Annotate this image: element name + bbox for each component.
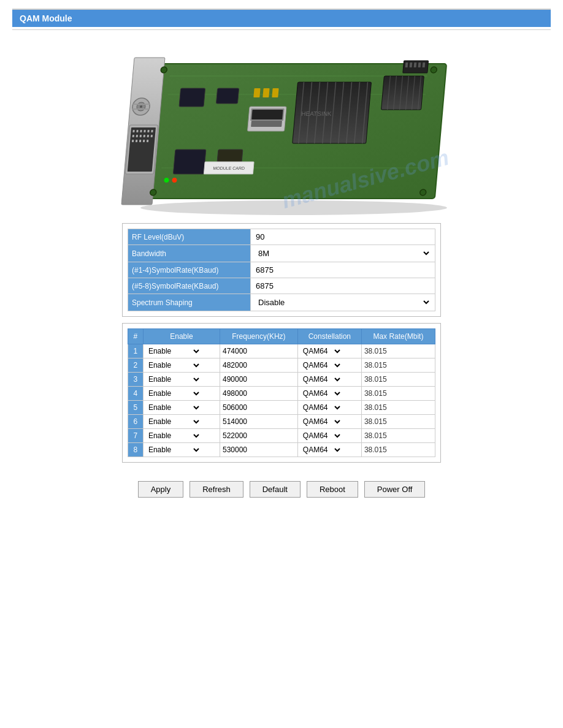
- svg-rect-62: [253, 88, 260, 97]
- svg-rect-21: [140, 135, 142, 137]
- config-value-0[interactable]: [251, 229, 435, 245]
- channel-constellation-select-2[interactable]: QAM64QAM128QAM256QAM16: [301, 374, 342, 384]
- channel-frequency-input-4[interactable]: [223, 403, 272, 412]
- config-select-1[interactable]: 8M7M6M: [255, 248, 431, 259]
- config-row-1: Bandwidth8M7M6M: [128, 245, 435, 262]
- channel-enable-2[interactable]: EnableDisable: [143, 373, 220, 387]
- svg-rect-29: [147, 140, 148, 142]
- channel-constellation-select-0[interactable]: QAM64QAM128QAM256QAM16: [301, 346, 342, 356]
- power-off-button[interactable]: Power Off: [364, 481, 426, 498]
- channel-enable-4[interactable]: EnableDisable: [143, 401, 220, 415]
- channel-constellation-7[interactable]: QAM64QAM128QAM256QAM16: [297, 443, 361, 457]
- channel-frequency-1[interactable]: [220, 358, 297, 373]
- channel-constellation-2[interactable]: QAM64QAM128QAM256QAM16: [297, 373, 361, 387]
- channel-enable-select-3[interactable]: EnableDisable: [146, 389, 201, 398]
- channel-frequency-input-2[interactable]: [223, 375, 272, 384]
- svg-rect-59: [216, 88, 239, 104]
- channel-table: #EnableFrequency(KHz)ConstellationMax Ra…: [128, 328, 435, 457]
- channel-maxrate-1: 38.015: [361, 358, 435, 373]
- channel-enable-0[interactable]: EnableDisable: [143, 344, 220, 358]
- channel-constellation-select-1[interactable]: QAM64QAM128QAM256QAM16: [301, 360, 342, 370]
- channel-frequency-5[interactable]: [220, 415, 297, 429]
- svg-rect-53: [405, 63, 408, 67]
- reboot-button[interactable]: Reboot: [307, 481, 358, 498]
- channel-header-4: Max Rate(Mbit): [361, 329, 435, 344]
- channel-frequency-0[interactable]: [220, 344, 297, 358]
- config-value-1[interactable]: 8M7M6M: [251, 245, 435, 262]
- channel-frequency-6[interactable]: [220, 429, 297, 443]
- channel-frequency-input-3[interactable]: [223, 389, 272, 398]
- config-row-0: RF Level(dBuV): [128, 229, 435, 245]
- channel-enable-select-2[interactable]: EnableDisable: [146, 374, 201, 384]
- channel-row-1: 2EnableDisableQAM64QAM128QAM256QAM1638.0…: [128, 358, 435, 373]
- config-value-4[interactable]: DisableEnable: [251, 294, 435, 311]
- channel-enable-select-7[interactable]: EnableDisable: [146, 445, 201, 455]
- channel-enable-7[interactable]: EnableDisable: [143, 443, 220, 457]
- channel-header-2: Frequency(KHz): [220, 329, 297, 344]
- config-input-2[interactable]: [255, 265, 431, 275]
- channel-frequency-7[interactable]: [220, 443, 297, 457]
- channel-row-6: 7EnableDisableQAM64QAM128QAM256QAM1638.0…: [128, 429, 435, 443]
- svg-rect-13: [132, 130, 134, 132]
- channel-constellation-0[interactable]: QAM64QAM128QAM256QAM16: [297, 344, 361, 358]
- channel-num-0: 1: [128, 344, 144, 358]
- channel-frequency-input-6[interactable]: [223, 431, 272, 440]
- channel-constellation-select-7[interactable]: QAM64QAM128QAM256QAM16: [301, 445, 342, 455]
- channel-constellation-select-5[interactable]: QAM64QAM128QAM256QAM16: [301, 417, 342, 427]
- channel-frequency-4[interactable]: [220, 401, 297, 415]
- svg-rect-27: [139, 140, 141, 142]
- channel-enable-1[interactable]: EnableDisable: [143, 358, 220, 373]
- channel-frequency-input-7[interactable]: [223, 446, 272, 454]
- default-button[interactable]: Default: [250, 481, 301, 498]
- svg-rect-15: [140, 130, 142, 132]
- channel-constellation-5[interactable]: QAM64QAM128QAM256QAM16: [297, 415, 361, 429]
- refresh-button[interactable]: Refresh: [190, 481, 243, 498]
- channel-constellation-1[interactable]: QAM64QAM128QAM256QAM16: [297, 358, 361, 373]
- channel-constellation-3[interactable]: QAM64QAM128QAM256QAM16: [297, 387, 361, 401]
- config-table: RF Level(dBuV)Bandwidth8M7M6M(#1-4)Symbo…: [128, 229, 435, 311]
- svg-text:HEATSINK: HEATSINK: [301, 110, 332, 117]
- config-value-3[interactable]: [251, 278, 435, 294]
- channel-num-2: 3: [128, 373, 144, 387]
- channel-enable-3[interactable]: EnableDisable: [143, 387, 220, 401]
- board-image-container: HEATSINK: [0, 39, 563, 217]
- config-value-2[interactable]: [251, 262, 435, 278]
- channel-constellation-4[interactable]: QAM64QAM128QAM256QAM16: [297, 401, 361, 415]
- channel-header-3: Constellation: [297, 329, 361, 344]
- config-input-0[interactable]: [255, 232, 431, 242]
- svg-rect-17: [147, 130, 149, 132]
- config-label-0: RF Level(dBuV): [128, 229, 251, 245]
- svg-rect-22: [144, 135, 145, 137]
- channel-maxrate-5: 38.015: [361, 415, 435, 429]
- channel-enable-select-1[interactable]: EnableDisable: [146, 360, 201, 370]
- channel-frequency-input-1[interactable]: [223, 361, 272, 370]
- channel-frequency-input-5[interactable]: [223, 417, 272, 426]
- svg-point-71: [431, 67, 437, 73]
- channel-enable-select-6[interactable]: EnableDisable: [146, 431, 201, 441]
- channel-section: #EnableFrequency(KHz)ConstellationMax Ra…: [122, 323, 441, 463]
- channel-constellation-select-6[interactable]: QAM64QAM128QAM256QAM16: [301, 431, 342, 441]
- channel-enable-5[interactable]: EnableDisable: [143, 415, 220, 429]
- config-select-4[interactable]: DisableEnable: [255, 297, 431, 308]
- channel-frequency-input-0[interactable]: [223, 347, 272, 355]
- channel-num-5: 6: [128, 415, 144, 429]
- apply-button[interactable]: Apply: [138, 481, 184, 498]
- channel-constellation-select-3[interactable]: QAM64QAM128QAM256QAM16: [301, 389, 342, 398]
- config-label-3: (#5-8)SymbolRate(KBaud): [128, 278, 251, 294]
- channel-enable-6[interactable]: EnableDisable: [143, 429, 220, 443]
- svg-rect-26: [136, 140, 137, 142]
- channel-enable-select-5[interactable]: EnableDisable: [146, 417, 201, 427]
- svg-text:MODULE CARD: MODULE CARD: [213, 166, 245, 170]
- channel-constellation-select-4[interactable]: QAM64QAM128QAM256QAM16: [301, 403, 342, 412]
- svg-rect-57: [423, 63, 426, 67]
- channel-row-3: 4EnableDisableQAM64QAM128QAM256QAM1638.0…: [128, 387, 435, 401]
- channel-frequency-2[interactable]: [220, 373, 297, 387]
- channel-constellation-6[interactable]: QAM64QAM128QAM256QAM16: [297, 429, 361, 443]
- channel-maxrate-3: 38.015: [361, 387, 435, 401]
- channel-enable-select-4[interactable]: EnableDisable: [146, 403, 201, 412]
- svg-point-69: [161, 67, 167, 73]
- config-input-3[interactable]: [255, 281, 431, 291]
- channel-enable-select-0[interactable]: EnableDisable: [146, 346, 201, 356]
- config-row-3: (#5-8)SymbolRate(KBaud): [128, 278, 435, 294]
- channel-frequency-3[interactable]: [220, 387, 297, 401]
